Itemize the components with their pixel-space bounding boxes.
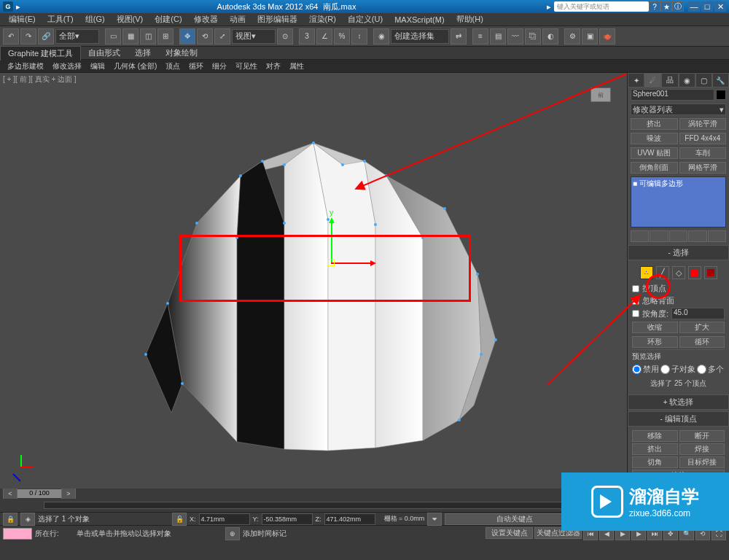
- tab-modify[interactable]: ☄: [644, 73, 661, 88]
- subobj-polygon[interactable]: [688, 266, 701, 279]
- mod-turbosmooth[interactable]: 涡轮平滑: [679, 118, 727, 130]
- menu-help[interactable]: 帮助(H): [451, 14, 489, 25]
- ribbon-props[interactable]: 属性: [285, 60, 308, 73]
- btn-ring[interactable]: 环形: [632, 336, 678, 348]
- ribbon-tab-freeform[interactable]: 自由形式: [81, 46, 128, 60]
- mirror-button[interactable]: ⇄: [451, 28, 467, 44]
- align-button[interactable]: ≡: [472, 28, 488, 44]
- ribbon-vertex[interactable]: 顶点: [161, 60, 184, 73]
- rad-multi[interactable]: [697, 365, 706, 374]
- viewport-label[interactable]: [ + ][ 前 ][ 真实 + 边面 ]: [3, 74, 77, 85]
- spinner-snap-button[interactable]: ↕: [351, 28, 367, 44]
- scale-button[interactable]: ⤢: [214, 28, 230, 44]
- rollout-selection[interactable]: - 选择: [628, 245, 729, 260]
- menu-view[interactable]: 视图(V): [111, 14, 149, 25]
- percent-snap-button[interactable]: %: [334, 28, 350, 44]
- ribbon-tab-selection[interactable]: 选择: [128, 46, 158, 60]
- btn-break[interactable]: 断开: [679, 430, 725, 442]
- iso-icon[interactable]: ◈: [20, 513, 35, 526]
- help-icon[interactable]: ?: [649, 1, 660, 12]
- ribbon-polymodel[interactable]: 多边形建模: [3, 60, 48, 73]
- ribbon-vis[interactable]: 可见性: [231, 60, 262, 73]
- btn-extrude[interactable]: 挤出: [632, 443, 678, 455]
- render-frame-button[interactable]: ▣: [582, 28, 598, 44]
- tab-utilities[interactable]: 🔧: [712, 73, 729, 88]
- rad-disable[interactable]: [632, 365, 642, 374]
- btn-remove[interactable]: 移除: [632, 430, 678, 442]
- window-crossing-button[interactable]: ⊞: [157, 28, 174, 44]
- lock-icon[interactable]: 🔒: [3, 513, 17, 526]
- ribbon-modsel[interactable]: 修改选择: [48, 60, 86, 73]
- ribbon-loop[interactable]: 循环: [184, 60, 208, 73]
- ribbon-align[interactable]: 对齐: [262, 60, 285, 73]
- btn-chamfer[interactable]: 切角: [632, 456, 678, 468]
- selection-set-input[interactable]: 创建选择集: [391, 29, 449, 44]
- select-rect-button[interactable]: ◫: [140, 28, 156, 44]
- star-icon[interactable]: ★: [660, 1, 672, 12]
- ribbon-edit[interactable]: 编辑: [86, 60, 109, 73]
- add-timetag-label[interactable]: 添加时间标记: [243, 529, 286, 539]
- stack-pin-icon[interactable]: [631, 230, 649, 242]
- render-button[interactable]: 🫖: [599, 28, 615, 44]
- menu-group[interactable]: 组(G): [79, 14, 111, 25]
- rollout-softsel[interactable]: + 软选择: [628, 394, 729, 410]
- material-button[interactable]: ◐: [542, 28, 558, 44]
- schematic-button[interactable]: ⿻: [525, 28, 541, 44]
- setkey-button[interactable]: 设置关键点: [486, 527, 533, 539]
- info-icon[interactable]: ⓘ: [672, 1, 684, 12]
- menu-animation[interactable]: 动画: [224, 14, 252, 25]
- timetag-btn[interactable]: ⊕: [225, 527, 240, 540]
- maximize-button[interactable]: □: [701, 1, 713, 12]
- lock-sel-icon[interactable]: 🔓: [172, 513, 187, 526]
- time-tag-icon[interactable]: ⏷: [427, 513, 442, 526]
- stack-unique-icon[interactable]: [669, 230, 687, 242]
- btn-weld[interactable]: 焊接: [679, 443, 725, 455]
- coord-z[interactable]: 471.402mm: [324, 513, 375, 525]
- ribbon-subdiv[interactable]: 细分: [208, 60, 231, 73]
- curve-editor-button[interactable]: 〰: [507, 28, 523, 44]
- time-slider[interactable]: 0 / 100: [17, 489, 61, 498]
- tab-create[interactable]: ✦: [628, 73, 644, 88]
- mod-noise[interactable]: 噪波: [631, 133, 678, 144]
- subobj-element[interactable]: [704, 266, 717, 279]
- snap-button[interactable]: 3: [299, 28, 315, 44]
- select-name-button[interactable]: ▦: [122, 28, 139, 44]
- chk-byangle[interactable]: [632, 310, 639, 317]
- subobj-border[interactable]: ◇: [672, 266, 685, 279]
- filter-select[interactable]: 全部 ▾: [55, 29, 99, 44]
- angle-input[interactable]: 45.0: [671, 308, 725, 319]
- btn-loop[interactable]: 循环: [679, 336, 725, 348]
- mod-lathe[interactable]: 车削: [679, 147, 727, 159]
- rotate-button[interactable]: ⟲: [197, 28, 213, 44]
- help-search-input[interactable]: 键入关键字或短语: [554, 1, 649, 12]
- btn-grow[interactable]: 扩大: [679, 322, 725, 333]
- viewport[interactable]: [ + ][ 前 ][ 真实 + 边面 ] 前: [0, 73, 627, 489]
- mod-ffd[interactable]: FFD 4x4x4: [679, 133, 727, 144]
- select-button[interactable]: ▭: [105, 28, 121, 44]
- undo-button[interactable]: ↶: [3, 28, 19, 44]
- link-button[interactable]: 🔗: [38, 28, 54, 44]
- stack-show-icon[interactable]: [650, 230, 668, 242]
- menu-create[interactable]: 创建(C): [149, 14, 187, 25]
- tab-motion[interactable]: ◉: [679, 73, 695, 88]
- menu-customize[interactable]: 自定义(U): [342, 14, 389, 25]
- btn-shrink[interactable]: 收缩: [632, 322, 678, 333]
- mod-uvw[interactable]: UVW 贴图: [631, 147, 678, 159]
- stack-config-icon[interactable]: [708, 230, 726, 242]
- stack-remove-icon[interactable]: [688, 230, 706, 242]
- named-sel-button[interactable]: ◉: [373, 28, 389, 44]
- ribbon-geom[interactable]: 几何体 (全部): [109, 60, 161, 73]
- angle-snap-button[interactable]: ∠: [316, 28, 332, 44]
- modifier-list-select[interactable]: 修改器列表▾: [631, 104, 726, 115]
- menu-grapheditors[interactable]: 图形编辑器: [252, 14, 303, 25]
- object-color-swatch[interactable]: [716, 90, 726, 100]
- menu-tools[interactable]: 工具(T): [42, 14, 79, 25]
- coord-y[interactable]: -50.358mm: [262, 513, 313, 525]
- ribbon-tab-objectpaint[interactable]: 对象绘制: [158, 46, 205, 60]
- btn-targetweld[interactable]: 目标焊接: [679, 456, 725, 468]
- object-name-input[interactable]: Sphere001: [631, 89, 714, 101]
- render-setup-button[interactable]: ⚙: [564, 28, 580, 44]
- rollout-editvert[interactable]: - 编辑顶点: [628, 411, 729, 427]
- menu-rendering[interactable]: 渲染(R): [303, 14, 342, 25]
- viewcube[interactable]: 前: [586, 88, 615, 117]
